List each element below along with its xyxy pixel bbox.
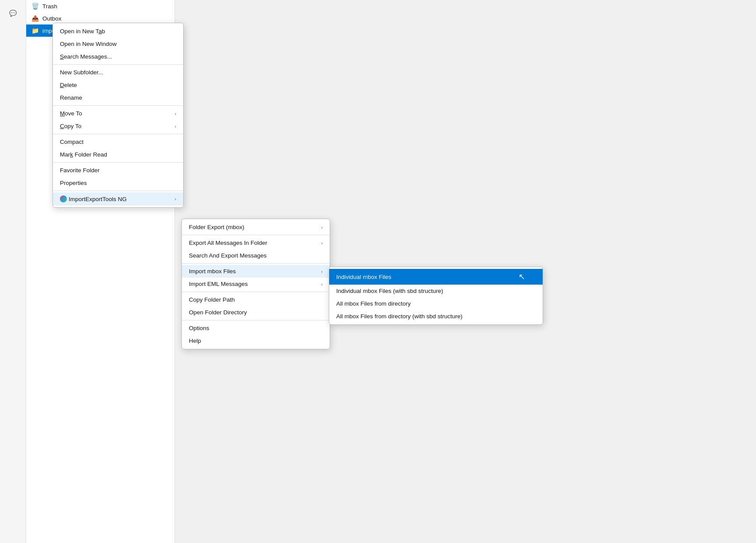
menu-label-new-subfolder: New Subfolder... <box>60 69 103 76</box>
menu-label-copy-to: Copy To <box>60 123 81 129</box>
menu-label-mark-folder-read: Mark Folder Read <box>60 151 107 158</box>
menu-item-move-to[interactable]: Move To › <box>53 107 183 120</box>
copy-to-arrow-icon: › <box>174 124 176 129</box>
submenu1-label-search-export: Search And Export Messages <box>189 252 267 259</box>
submenu2-label-all-mbox-dir-sbd: All mbox Files from directory (with sbd … <box>336 313 463 320</box>
submenu1-item-help[interactable]: Help <box>182 334 330 347</box>
submenu2-label-all-mbox-dir: All mbox Files from directory <box>336 300 411 307</box>
import-eml-arrow-icon: › <box>321 282 323 287</box>
import-folder-icon: 📁 <box>31 27 39 34</box>
submenu2-item-individual-mbox[interactable]: Individual mbox Files ↖ <box>329 269 543 285</box>
submenu-import-mbox-files: Individual mbox Files ↖ Individual mbox … <box>329 267 543 325</box>
submenu2-item-all-mbox-dir[interactable]: All mbox Files from directory <box>329 297 543 310</box>
menu-item-delete[interactable]: Delete <box>53 79 183 91</box>
submenu1-item-copy-folder-path[interactable]: Copy Folder Path <box>182 293 330 306</box>
menu-item-copy-to[interactable]: Copy To › <box>53 120 183 132</box>
folder-label-trash: Trash <box>42 3 57 10</box>
menu-label-open-new-window: Open in New Window <box>60 41 117 47</box>
outbox-icon: 📤 <box>31 15 39 22</box>
separator-4 <box>53 162 183 163</box>
trash-icon: 🗑️ <box>31 3 39 10</box>
submenu1-label-help: Help <box>189 338 201 344</box>
menu-item-open-new-window[interactable]: Open in New Window <box>53 38 183 50</box>
sidebar-chat-icon[interactable]: 💬 <box>4 4 22 22</box>
submenu1-label-options: Options <box>189 325 209 331</box>
submenu1-separator-3 <box>182 292 330 292</box>
menu-label-move-to: Move To <box>60 110 82 117</box>
menu-item-open-new-tab[interactable]: Open in New Tab <box>53 25 183 38</box>
folder-export-arrow-icon: › <box>321 225 323 230</box>
menu-item-properties[interactable]: Properties <box>53 177 183 189</box>
submenu1-separator-1 <box>182 235 330 235</box>
submenu2-item-individual-mbox-sbd[interactable]: Individual mbox Files (with sbd structur… <box>329 285 543 297</box>
submenu2-item-all-mbox-dir-sbd[interactable]: All mbox Files from directory (with sbd … <box>329 310 543 323</box>
menu-label-delete: Delete <box>60 82 77 88</box>
submenu1-label-import-mbox: Import mbox Files <box>189 268 236 275</box>
move-to-arrow-icon: › <box>174 111 176 116</box>
menu-item-compact[interactable]: Compact <box>53 136 183 148</box>
menu-label-search-messages: Search Messages... <box>60 53 112 60</box>
menu-label-compact: Compact <box>60 139 84 145</box>
menu-item-rename[interactable]: Rename <box>53 91 183 104</box>
menu-label-properties: Properties <box>60 180 87 186</box>
menu-item-mark-folder-read[interactable]: Mark Folder Read <box>53 148 183 161</box>
export-all-arrow-icon: › <box>321 240 323 246</box>
submenu1-item-import-mbox[interactable]: Import mbox Files › <box>182 265 330 278</box>
folder-item-trash[interactable]: 🗑️ Trash <box>26 0 174 12</box>
submenu1-item-import-eml[interactable]: Import EML Messages › <box>182 278 330 290</box>
separator-3 <box>53 134 183 134</box>
submenu1-separator-4 <box>182 320 330 320</box>
submenu1-item-options[interactable]: Options <box>182 322 330 334</box>
submenu1-label-export-all: Export All Messages In Folder <box>189 240 267 246</box>
submenu1-label-copy-folder-path: Copy Folder Path <box>189 296 235 303</box>
chat-icon: 💬 <box>9 10 17 17</box>
submenu1-label-import-eml: Import EML Messages <box>189 281 248 287</box>
submenu1-item-search-export[interactable]: Search And Export Messages <box>182 249 330 262</box>
separator-5 <box>53 191 183 191</box>
menu-label-importexporttools: ImportExportTools NG <box>60 195 127 202</box>
submenu1-label-open-folder-dir: Open Folder Directory <box>189 309 247 316</box>
submenu1-item-open-folder-dir[interactable]: Open Folder Directory <box>182 306 330 319</box>
submenu2-label-individual-mbox-sbd: Individual mbox Files (with sbd structur… <box>336 288 443 294</box>
menu-item-search-messages[interactable]: Search Messages... <box>53 50 183 63</box>
importexporttools-arrow-icon: › <box>174 196 176 202</box>
menu-label-rename: Rename <box>60 94 82 101</box>
import-mbox-arrow-icon: › <box>321 269 323 274</box>
importexporttools-icon <box>60 195 67 202</box>
submenu2-label-individual-mbox: Individual mbox Files <box>336 274 391 280</box>
menu-item-favorite-folder[interactable]: Favorite Folder <box>53 164 183 177</box>
menu-item-new-subfolder[interactable]: New Subfolder... <box>53 66 183 79</box>
context-menu: Open in New Tab Open in New Window Searc… <box>52 23 184 208</box>
menu-label-favorite-folder: Favorite Folder <box>60 167 100 174</box>
submenu1-separator-2 <box>182 263 330 264</box>
menu-label-open-new-tab: Open in New Tab <box>60 28 105 35</box>
submenu1-label-folder-export: Folder Export (mbox) <box>189 224 244 230</box>
folder-label-outbox: Outbox <box>42 15 62 22</box>
cursor-indicator: ↖ <box>519 272 525 282</box>
sidebar: 💬 <box>0 0 26 543</box>
separator-2 <box>53 105 183 106</box>
menu-item-importexporttools[interactable]: ImportExportTools NG › <box>53 192 183 205</box>
separator-1 <box>53 64 183 65</box>
submenu1-item-export-all[interactable]: Export All Messages In Folder › <box>182 237 330 249</box>
submenu-importexporttools: Folder Export (mbox) › Export All Messag… <box>181 219 330 349</box>
submenu1-item-folder-export[interactable]: Folder Export (mbox) › <box>182 221 330 233</box>
